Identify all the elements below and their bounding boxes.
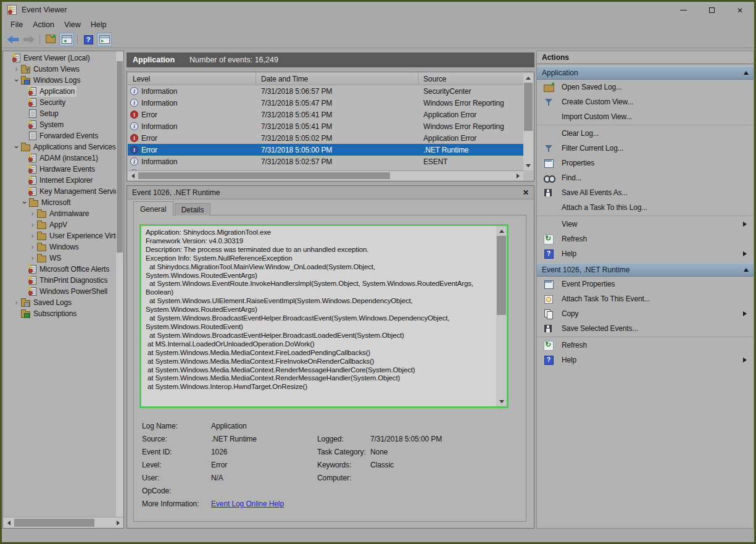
scrollbar-thumb[interactable]: [138, 172, 390, 179]
tree-vertical-scrollbar[interactable]: [116, 51, 123, 517]
column-header-level[interactable]: Level: [128, 73, 256, 85]
column-header-source[interactable]: Source: [418, 73, 523, 85]
action-clear-log[interactable]: Clear Log...: [537, 126, 754, 141]
action-view[interactable]: View: [537, 217, 754, 232]
menu-action[interactable]: Action: [28, 19, 59, 30]
scroll-up-icon[interactable]: [523, 73, 533, 82]
action-refresh[interactable]: Refresh: [537, 232, 754, 246]
collapse-arrow-icon[interactable]: ›: [21, 199, 28, 207]
action-attach-task-to-this-event[interactable]: Attach Task To This Event...: [537, 291, 754, 306]
event-row[interactable]: Information7/31/2018 5:05:47 PMWindows E…: [128, 97, 523, 109]
tree-item-windows-logs[interactable]: ›Windows Logs: [3, 75, 116, 86]
tree-horizontal-scrollbar[interactable]: [3, 517, 123, 528]
event-row[interactable]: Error7/31/2018 5:05:02 PMApplication Err…: [128, 132, 523, 144]
tree-item-hardware-events[interactable]: Hardware Events: [3, 164, 116, 175]
tree-item-applications-and-services-lo[interactable]: ›Applications and Services Lo: [3, 141, 116, 153]
action-copy[interactable]: Copy: [537, 306, 754, 321]
expand-arrow-icon[interactable]: ›: [28, 221, 36, 228]
collapse-arrow-icon[interactable]: ›: [13, 77, 20, 85]
action-save-all-events-as[interactable]: Save All Events As...: [537, 185, 754, 200]
tree-item-security[interactable]: Security: [3, 97, 116, 108]
tree-item-appv[interactable]: ›AppV: [3, 219, 116, 230]
expand-arrow-icon[interactable]: ›: [28, 243, 36, 251]
tree-item-system[interactable]: System: [3, 119, 116, 130]
event-message-box[interactable]: Application: Shinydocs.MigrationTool.exe…: [139, 224, 509, 408]
action-help[interactable]: Help: [537, 353, 754, 367]
expand-arrow-icon[interactable]: ›: [12, 65, 20, 73]
tree-item-user-experience-virtua[interactable]: ›User Experience Virtua: [3, 230, 116, 241]
close-button[interactable]: [726, 2, 754, 18]
maximize-button[interactable]: [697, 2, 726, 18]
tree-item-event-viewer-local[interactable]: Event Viewer (Local): [3, 52, 116, 64]
event-row[interactable]: Information7/31/2018 5:02:57 PMESENT: [128, 156, 523, 167]
tree-item-adam-instance1[interactable]: ADAM (instance1): [3, 153, 116, 164]
tree-item-setup[interactable]: Setup: [3, 108, 116, 119]
table-vertical-scrollbar[interactable]: [523, 73, 533, 170]
scroll-down-icon[interactable]: [496, 397, 507, 406]
menu-view[interactable]: View: [59, 19, 86, 30]
scroll-left-icon[interactable]: [128, 171, 138, 180]
action-attach-a-task-to-this-log[interactable]: Attach a Task To this Log...: [537, 200, 754, 215]
expand-arrow-icon[interactable]: ›: [28, 210, 36, 217]
action-event-properties[interactable]: Event Properties: [537, 277, 754, 291]
action-refresh[interactable]: Refresh: [537, 338, 754, 353]
tree-item-microsoft-office-alerts[interactable]: Microsoft Office Alerts: [3, 264, 116, 275]
action-filter-current-log[interactable]: Filter Current Log...: [537, 141, 754, 156]
tab-general[interactable]: General: [133, 201, 173, 216]
menu-file[interactable]: File: [6, 19, 28, 30]
scroll-right-icon[interactable]: [113, 517, 123, 528]
tree-item-subscriptions[interactable]: Subscriptions: [3, 308, 116, 319]
event-row[interactable]: Information7/31/2018 5:05:41 PMWindows E…: [128, 120, 523, 132]
tree-item-antimalware[interactable]: ›Antimalware: [3, 208, 116, 219]
close-detail-icon[interactable]: [523, 188, 529, 197]
console-tree-button[interactable]: [59, 33, 74, 46]
action-open-saved-log[interactable]: Open Saved Log...: [537, 80, 754, 94]
tree-item-thinprint-diagnostics[interactable]: ThinPrint Diagnostics: [3, 275, 116, 286]
tree-item-application[interactable]: Application: [3, 86, 116, 97]
action-save-selected-events[interactable]: Save Selected Events...: [537, 321, 754, 336]
tree-item-microsoft[interactable]: ›Microsoft: [3, 197, 116, 208]
action-properties[interactable]: Properties: [537, 156, 754, 170]
table-horizontal-scrollbar[interactable]: [128, 170, 523, 180]
actions-section-header-application[interactable]: Application: [537, 66, 754, 80]
menu-help[interactable]: Help: [86, 19, 112, 30]
collapse-arrow-icon[interactable]: ›: [13, 143, 20, 151]
expand-arrow-icon[interactable]: ›: [28, 232, 36, 240]
column-header-date-and-time[interactable]: Date and Time: [256, 73, 418, 85]
tree-item-internet-explorer[interactable]: Internet Explorer: [3, 175, 116, 186]
scroll-up-icon[interactable]: [496, 226, 507, 235]
event-log-online-help-link[interactable]: Event Log Online Help: [211, 500, 284, 508]
tree-item-windows[interactable]: ›Windows: [3, 241, 116, 253]
collapse-arrow-icon[interactable]: [744, 69, 749, 75]
event-row[interactable]: Error7/31/2018 5:05:41 PMApplication Err…: [128, 109, 523, 120]
actions-section-header-event-1026-net-runtime[interactable]: Event 1026, .NET Runtime: [537, 263, 754, 277]
expand-arrow-icon[interactable]: ›: [28, 254, 36, 262]
minimize-button[interactable]: [669, 2, 697, 18]
back-button[interactable]: [6, 33, 20, 46]
tree-item-windows-powershell[interactable]: Windows PowerShell: [3, 286, 116, 297]
scroll-right-icon[interactable]: [513, 171, 523, 180]
tree-item-ws[interactable]: ›WS: [3, 253, 116, 264]
action-pane-button[interactable]: [97, 33, 112, 46]
action-find[interactable]: Find...: [537, 170, 754, 185]
tree-item-key-management-service[interactable]: Key Management Service: [3, 186, 116, 197]
tab-details[interactable]: Details: [175, 203, 211, 216]
message-vertical-scrollbar[interactable]: [496, 226, 507, 406]
action-help[interactable]: Help: [537, 246, 754, 261]
forward-button[interactable]: [22, 33, 36, 46]
scrollbar-thumb[interactable]: [117, 61, 123, 253]
scrollbar-thumb[interactable]: [524, 83, 533, 131]
tree-item-forwarded-events[interactable]: Forwarded Events: [3, 130, 116, 141]
tree-item-saved-logs[interactable]: ›Saved Logs: [3, 297, 116, 308]
event-row[interactable]: Error7/31/2018 5:05:00 PM.NET Runtime: [128, 144, 523, 156]
action-create-custom-view[interactable]: Create Custom View...: [537, 94, 754, 109]
scroll-left-icon[interactable]: [3, 517, 14, 528]
scroll-down-icon[interactable]: [523, 161, 533, 170]
scrollbar-thumb[interactable]: [497, 236, 506, 315]
collapse-arrow-icon[interactable]: [744, 266, 749, 272]
tree-item-custom-views[interactable]: ›Custom Views: [3, 64, 116, 75]
action-import-custom-view[interactable]: Import Custom View...: [537, 109, 754, 124]
event-row[interactable]: Information7/31/2018 5:06:57 PMSecurityC…: [128, 85, 523, 97]
export-button[interactable]: [43, 33, 58, 46]
scrollbar-thumb[interactable]: [14, 519, 94, 527]
